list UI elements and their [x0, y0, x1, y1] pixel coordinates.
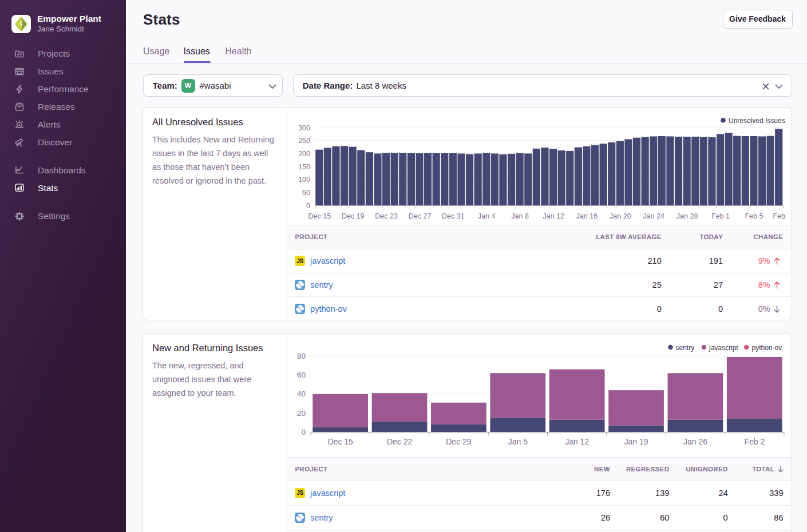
svg-text:Dec 19: Dec 19: [342, 212, 365, 220]
svg-text:Dec 15: Dec 15: [328, 436, 354, 446]
svg-text:40: 40: [297, 390, 306, 398]
svg-text:Jan 19: Jan 19: [624, 436, 648, 446]
svg-text:Jan 12: Jan 12: [565, 436, 589, 446]
svg-text:Jan 8: Jan 8: [511, 212, 529, 220]
svg-text:Feb: Feb: [773, 212, 785, 220]
svg-text:Unresolved Issues: Unresolved Issues: [729, 116, 785, 124]
svg-text:Dec 15: Dec 15: [308, 212, 331, 220]
svg-text:Dec 23: Dec 23: [375, 212, 398, 220]
svg-text:50: 50: [302, 189, 310, 197]
svg-text:Dec 22: Dec 22: [387, 436, 413, 446]
svg-text:Dec 31: Dec 31: [442, 212, 465, 220]
svg-text:sentry: sentry: [676, 343, 695, 351]
svg-text:Jan 20: Jan 20: [610, 212, 631, 220]
svg-text:60: 60: [297, 371, 306, 379]
svg-text:80: 80: [297, 351, 306, 360]
svg-text:Jan 4: Jan 4: [478, 212, 496, 220]
svg-text:0: 0: [301, 427, 306, 436]
svg-text:100: 100: [298, 176, 310, 184]
svg-text:Feb 5: Feb 5: [745, 212, 763, 220]
svg-text:Dec 29: Dec 29: [446, 436, 472, 446]
svg-text:150: 150: [298, 162, 310, 170]
svg-text:Feb 2: Feb 2: [744, 436, 765, 446]
svg-text:300: 300: [298, 124, 310, 132]
svg-text:0: 0: [306, 201, 310, 209]
svg-text:javascript: javascript: [709, 343, 738, 351]
svg-text:20: 20: [297, 408, 306, 417]
svg-text:Jan 12: Jan 12: [543, 212, 564, 220]
svg-text:Jan 5: Jan 5: [508, 436, 528, 446]
svg-text:Jan 16: Jan 16: [576, 212, 598, 220]
svg-text:Feb 1: Feb 1: [711, 212, 730, 220]
svg-text:Dec 27: Dec 27: [409, 212, 432, 220]
svg-text:Jan 24: Jan 24: [643, 212, 664, 220]
svg-text:200: 200: [298, 149, 310, 157]
svg-text:250: 250: [298, 137, 310, 145]
svg-text:Jan 28: Jan 28: [677, 212, 698, 220]
svg-text:python-ov: python-ov: [752, 343, 782, 351]
svg-text:Jan 26: Jan 26: [683, 436, 707, 446]
